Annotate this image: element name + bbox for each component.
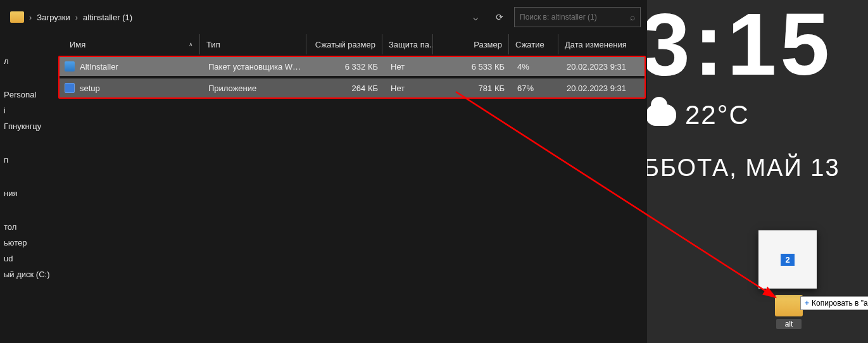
desktop-widget: 3:15 22°C ББОТА, МАЙ 13: [647, 0, 868, 182]
sidebar-item[interactable]: ый диск (C:): [3, 266, 57, 282]
file-size: 6 533 КБ: [435, 62, 511, 72]
date-line: ББОТА, МАЙ 13: [647, 154, 868, 182]
sidebar-item[interactable]: тол: [3, 219, 57, 235]
weather: 22°C: [647, 100, 868, 130]
sidebar-item[interactable]: л: [3, 53, 57, 69]
table-row[interactable]: setup Приложение 264 КБ Нет 781 КБ 67% 2…: [60, 78, 645, 97]
col-name[interactable]: Имя ∧: [57, 34, 199, 54]
sidebar-item[interactable]: Гпнукнгцу: [3, 118, 57, 134]
chevron-right-icon: ›: [75, 13, 78, 22]
sort-indicator-icon: ∧: [189, 41, 193, 47]
search-icon: ⌕: [630, 12, 635, 22]
col-compressed[interactable]: Сжатый размер: [306, 34, 382, 54]
file-size: 781 КБ: [435, 84, 511, 93]
folder-icon: [775, 295, 803, 316]
breadcrumb-parent[interactable]: Загрузки: [37, 13, 70, 22]
desktop: 3:15 22°C ББОТА, МАЙ 13: [647, 0, 868, 343]
sidebar-item[interactable]: ния: [3, 185, 57, 201]
sidebar-item[interactable]: п: [3, 152, 57, 168]
col-label: Имя: [70, 40, 85, 49]
drag-count-badge: 2: [781, 254, 794, 266]
address-bar: › Загрузки › altinstaller (1) ⌵ ⟳ ⌕: [0, 0, 647, 34]
file-compressed: 264 КБ: [308, 84, 384, 93]
col-size[interactable]: Размер: [432, 34, 508, 54]
breadcrumb-current[interactable]: altinstaller (1): [83, 13, 132, 22]
file-explorer: › Загрузки › altinstaller (1) ⌵ ⟳ ⌕ л Pe…: [0, 0, 647, 343]
plus-icon: +: [805, 299, 809, 308]
installer-icon: [65, 61, 75, 72]
file-name: AltInstaller: [80, 62, 118, 72]
file-ratio: 4%: [511, 62, 560, 72]
copy-tooltip: + Копировать в "alt: [800, 296, 868, 310]
file-type: Пакет установщика Win...: [202, 62, 308, 72]
temperature: 22°C: [685, 100, 750, 130]
breadcrumb[interactable]: › Загрузки › altinstaller (1): [29, 13, 132, 22]
application-icon: [65, 83, 75, 93]
refresh-button[interactable]: ⟳: [490, 8, 509, 27]
table-row[interactable]: AltInstaller Пакет установщика Win... 6 …: [60, 57, 645, 76]
sidebar: л Personal і Гпнукнгцу п ния тол ьютер u…: [0, 34, 57, 343]
sidebar-item[interactable]: Personal: [3, 87, 57, 103]
file-protected: Нет: [384, 62, 435, 72]
sidebar-item[interactable]: ьютер: [3, 235, 57, 251]
folder-icon: [10, 11, 24, 23]
sidebar-item[interactable]: і: [3, 103, 57, 118]
chevron-right-icon: ›: [29, 13, 32, 22]
file-compressed: 6 332 КБ: [308, 62, 384, 72]
file-protected: Нет: [384, 84, 435, 93]
sidebar-item[interactable]: ud: [3, 251, 57, 266]
cloud-icon: [647, 104, 676, 126]
search-input[interactable]: [520, 13, 625, 22]
col-type[interactable]: Тип: [199, 34, 306, 54]
file-ratio: 67%: [511, 84, 560, 93]
file-date: 20.02.2023 9:31: [560, 62, 636, 72]
file-name: setup: [80, 84, 100, 93]
history-dropdown-button[interactable]: ⌵: [466, 8, 485, 27]
copy-tooltip-text: Копировать в "alt: [812, 299, 868, 308]
file-list: Имя ∧ Тип Сжатый размер Защита па... Раз…: [57, 34, 647, 343]
column-headers: Имя ∧ Тип Сжатый размер Защита па... Раз…: [57, 34, 647, 54]
col-protected[interactable]: Защита па...: [382, 34, 432, 54]
folder-label: alt: [776, 319, 802, 329]
col-ratio[interactable]: Сжатие: [508, 34, 558, 54]
file-date: 20.02.2023 9:31: [560, 84, 636, 93]
highlighted-rows: AltInstaller Пакет установщика Win... 6 …: [58, 56, 646, 99]
drag-ghost: 2: [758, 230, 817, 289]
file-type: Приложение: [202, 84, 308, 93]
clock: 3:15: [647, 0, 868, 89]
search-box[interactable]: ⌕: [514, 7, 641, 27]
col-date[interactable]: Дата изменения: [558, 34, 634, 54]
